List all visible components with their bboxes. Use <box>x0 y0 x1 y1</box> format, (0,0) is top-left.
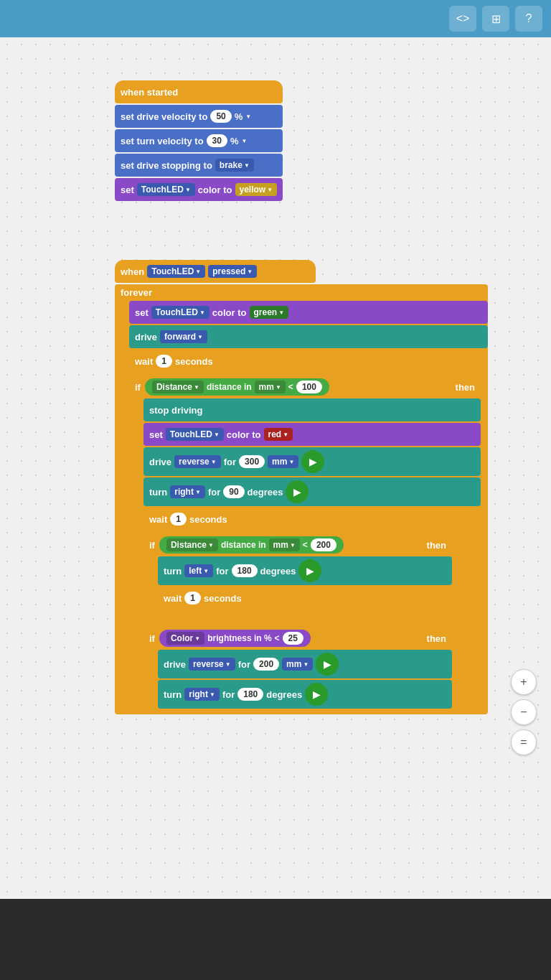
when-started-block[interactable]: when started <box>115 80 283 103</box>
right2-dropdown[interactable]: right ▼ <box>184 688 220 701</box>
for5-label: for <box>222 689 235 700</box>
mm4-dropdown[interactable]: mm ▼ <box>282 658 313 671</box>
distance1-dropdown[interactable]: Distance ▼ <box>152 381 204 393</box>
turn1-label: turn <box>149 487 167 498</box>
brightness-value[interactable]: 25 <box>283 632 303 645</box>
drive-forward-block[interactable]: drive forward ▼ <box>129 325 488 348</box>
drive-stopping-arrow: ▼ <box>244 162 250 169</box>
turn-left1-block[interactable]: turn left ▼ for 180 degrees ▶ <box>158 556 452 585</box>
set-touchled-green-block[interactable]: set TouchLED ▼ color to green ▼ <box>129 301 488 324</box>
distance2-value[interactable]: 200 <box>311 538 336 551</box>
zoom-controls: + − = <box>511 669 537 755</box>
touchled-group: when TouchLED ▼ pressed ▼ forever set <box>115 260 488 714</box>
set-turn-velocity-block[interactable]: set turn velocity to 30 % ▼ <box>115 129 283 152</box>
wait2-block[interactable]: wait 1 seconds <box>143 508 481 531</box>
turn-right1-value[interactable]: 90 <box>223 485 244 498</box>
turn-velocity-unit: % <box>230 136 239 146</box>
if2-condition: Distance ▼ distance in mm ▼ < <box>159 536 344 554</box>
color-to2-label: color to <box>212 307 247 318</box>
set-label: set <box>121 185 134 195</box>
touchled2-dropdown[interactable]: TouchLED ▼ <box>151 306 209 319</box>
turn-velocity-dropdown-arrow[interactable]: ▼ <box>242 138 248 144</box>
for3-label: for <box>216 566 228 577</box>
touchled3-dropdown[interactable]: TouchLED ▼ <box>166 428 224 441</box>
for1-label: for <box>224 457 236 467</box>
wait2-value[interactable]: 1 <box>170 513 187 526</box>
set3-label: set <box>149 429 163 440</box>
touchled-dropdown[interactable]: TouchLED ▼ <box>137 183 195 196</box>
mm1-dropdown[interactable]: mm ▼ <box>255 381 286 393</box>
degrees1-label: degrees <box>248 487 283 498</box>
zoom-out-button[interactable]: − <box>511 699 537 725</box>
code-toggle-button[interactable]: <> <box>449 6 476 32</box>
if3-condition: Color ▼ brightness in % < 25 <box>159 630 311 647</box>
set-drive-velocity-block[interactable]: set drive velocity to 50 % ▼ <box>115 105 283 128</box>
if1-condition: Distance ▼ distance in mm ▼ < 100 <box>145 378 329 396</box>
set-drive-stopping-block[interactable]: set drive stopping to brake ▼ <box>115 154 283 177</box>
drive-reverse2-block[interactable]: drive reverse ▼ for 200 mm <box>158 650 452 678</box>
reverse1-dropdown[interactable]: reverse ▼ <box>174 455 221 468</box>
mm3-dropdown[interactable]: mm ▼ <box>269 538 300 551</box>
if2-body: turn left ▼ for 180 degrees ▶ <box>158 556 452 610</box>
blocks-toggle-button[interactable]: ⊞ <box>482 6 509 32</box>
zoom-in-button[interactable]: + <box>511 669 537 695</box>
turn-velocity-value[interactable]: 30 <box>207 134 227 147</box>
drive-reverse2-value[interactable]: 200 <box>253 658 279 671</box>
turn-right2-play[interactable]: ▶ <box>305 683 328 706</box>
turn-left1-value[interactable]: 180 <box>232 564 258 577</box>
set2-label: set <box>135 307 149 318</box>
right1-dropdown[interactable]: right ▼ <box>170 485 205 498</box>
lt2-label: < <box>303 540 308 550</box>
distance2-dropdown[interactable]: Distance ▼ <box>166 538 218 551</box>
when-touchled-block[interactable]: when TouchLED ▼ pressed ▼ <box>115 260 316 283</box>
pressed-dropdown[interactable]: pressed ▼ <box>208 265 257 278</box>
set-touchled-yellow-block[interactable]: set TouchLED ▼ color to yellow ▼ <box>115 178 283 201</box>
help-button[interactable]: ? <box>515 6 542 32</box>
turn-left1-play[interactable]: ▶ <box>298 559 321 582</box>
mm2-dropdown[interactable]: mm ▼ <box>268 455 298 468</box>
color3-dropdown[interactable]: Color ▼ <box>166 632 204 645</box>
seconds3-label: seconds <box>204 593 242 604</box>
drive-velocity-value[interactable]: 50 <box>210 110 231 123</box>
seconds2-label: seconds <box>189 514 227 525</box>
canvas-area: when started set drive velocity to 50 % … <box>0 37 551 899</box>
drive-reverse2-label: drive <box>164 659 186 670</box>
touchled-when-dropdown[interactable]: TouchLED ▼ <box>147 265 205 278</box>
zoom-reset-button[interactable]: = <box>511 729 537 755</box>
color-to3-label: color to <box>227 429 261 440</box>
degrees3-label: degrees <box>266 689 302 700</box>
drive-stopping-dropdown[interactable]: brake ▼ <box>215 159 254 172</box>
for4-label: for <box>238 659 250 670</box>
stop-driving-block[interactable]: stop driving <box>143 398 481 421</box>
distance1-value[interactable]: 100 <box>296 381 322 393</box>
set-drive-velocity-label: set drive velocity to <box>121 111 207 122</box>
drive-reverse1-block[interactable]: drive reverse ▼ for 300 mm ▼ <box>143 447 481 476</box>
set-touchled-red-block[interactable]: set TouchLED ▼ color to red ▼ <box>143 423 481 446</box>
drive-reverse1-play[interactable]: ▶ <box>301 450 324 473</box>
drive-reverse1-value[interactable]: 300 <box>239 455 265 468</box>
turn-right1-play[interactable]: ▶ <box>286 480 309 503</box>
left1-dropdown[interactable]: left ▼ <box>184 564 213 577</box>
yellow-color-dropdown[interactable]: yellow ▼ <box>235 183 278 196</box>
forever-container: forever set TouchLED ▼ color to green ▼ <box>115 284 488 714</box>
wait3-block[interactable]: wait 1 seconds <box>158 587 452 610</box>
set-drive-stopping-label: set drive stopping to <box>121 160 212 171</box>
turn3-label: turn <box>164 689 182 700</box>
wait3-value[interactable]: 1 <box>184 592 201 605</box>
wait1-block[interactable]: wait 1 seconds <box>129 350 488 373</box>
wait-value[interactable]: 1 <box>156 355 172 368</box>
red-color-dropdown[interactable]: red ▼ <box>264 428 293 441</box>
if1-container: if Distance ▼ distance in mm ▼ <box>129 374 481 711</box>
turn-right2-block[interactable]: turn right ▼ for 180 degrees ▶ <box>158 680 452 709</box>
turn2-label: turn <box>164 566 182 577</box>
turn-right1-block[interactable]: turn right ▼ for 90 degrees ▶ <box>143 477 481 506</box>
reverse2-dropdown[interactable]: reverse ▼ <box>189 658 235 671</box>
if2-header: if Distance ▼ distance in mm <box>143 533 452 556</box>
top-bar: <> ⊞ ? <box>0 0 551 37</box>
green-color-dropdown[interactable]: green ▼ <box>250 306 289 319</box>
if3-container: if Color ▼ brightness in % < 25 <box>143 625 452 710</box>
drive-reverse2-play[interactable]: ▶ <box>316 653 339 676</box>
turn-right2-value[interactable]: 180 <box>237 688 263 701</box>
forward-dropdown[interactable]: forward ▼ <box>160 330 207 343</box>
drive-velocity-dropdown-arrow[interactable]: ▼ <box>245 113 251 120</box>
